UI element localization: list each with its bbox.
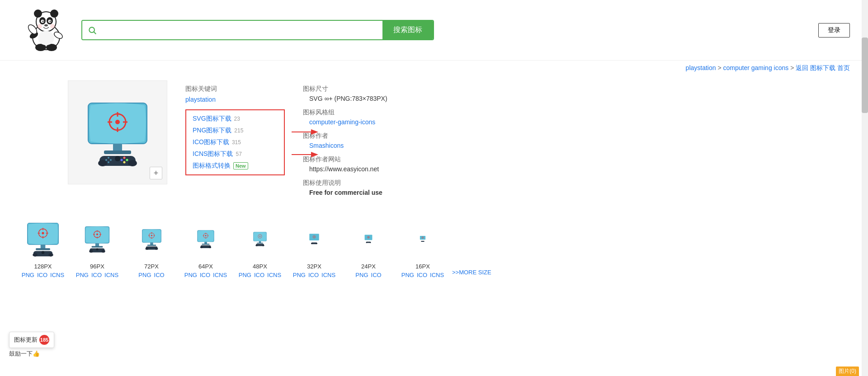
svg-point-37: [108, 161, 109, 163]
svg-point-2: [34, 9, 42, 18]
thumb-png-72[interactable]: PNG: [138, 272, 151, 278]
size-value: SVG ∞+ (PNG:783×783PX): [309, 95, 850, 102]
thumb-img-72: [139, 216, 164, 261]
svg-download-link[interactable]: SVG图标下载: [193, 115, 231, 123]
thumb-64: 64PX PNG ICO ICNS: [181, 216, 231, 278]
thumbnails-section: 128PX PNG ICO ICNS: [0, 212, 868, 287]
svg-point-32: [128, 160, 137, 166]
thumb-png-128[interactable]: PNG: [22, 272, 34, 278]
scrollbar-thumb[interactable]: [862, 38, 868, 113]
svg-point-98: [255, 245, 257, 246]
breadcrumb-gaming-icons[interactable]: computer gaming icons: [723, 64, 789, 71]
thumb-png-48[interactable]: PNG: [239, 272, 251, 278]
thumb-png-32[interactable]: PNG: [293, 272, 306, 278]
usage-value: Free for commercial use: [309, 189, 850, 196]
thumbnails-row: 128PX PNG ICO ICNS: [18, 216, 850, 278]
author-section: 图标作者 Smashicons: [303, 132, 850, 149]
icns-download-count: 57: [236, 151, 241, 157]
thumb-icon-48: [251, 230, 269, 247]
download-options: 图标关键词 playstation SVG图标下载 23 PNG图标下载 215…: [185, 80, 285, 202]
thumb-img-64: [195, 216, 217, 261]
breadcrumb-sep-1: >: [717, 64, 723, 71]
thumb-png-16[interactable]: PNG: [401, 272, 414, 278]
icon-preview-box: +: [68, 80, 167, 184]
svg-point-52: [33, 253, 38, 256]
thumb-icon-32: [308, 232, 321, 245]
svg-point-40: [121, 159, 123, 161]
keyword-value: playstation: [185, 96, 285, 103]
svg-rect-50: [36, 248, 50, 250]
author-link[interactable]: Smashicons: [309, 142, 344, 149]
thumb-ico-16[interactable]: ICO: [417, 272, 427, 278]
thumb-32: 32PX PNG ICO ICNS: [289, 216, 339, 278]
style-link[interactable]: computer-gaming-icons: [309, 118, 375, 126]
thumb-ico-72[interactable]: ICO: [154, 272, 165, 278]
svg-point-91: [208, 246, 211, 248]
thumb-png-96[interactable]: PNG: [76, 272, 89, 278]
usage-section: 图标使用说明 Free for commercial use: [303, 179, 850, 196]
more-size-link[interactable]: >>MORE SIZE: [452, 269, 491, 278]
style-section: 图标风格组 computer-gaming-icons: [303, 108, 850, 126]
icns-download-link[interactable]: ICNS图标下载: [193, 150, 233, 158]
logo-panda: [18, 5, 72, 54]
search-input[interactable]: [102, 21, 382, 39]
svg-rect-63: [92, 246, 103, 247]
svg-point-102: [314, 236, 315, 237]
ico-download-link[interactable]: ICO图标下载: [193, 138, 229, 146]
scrollbar[interactable]: [862, 0, 868, 287]
svg-point-104: [311, 243, 312, 244]
thumb-48: 48PX PNG ICO ICNS: [235, 216, 285, 278]
thumb-img-16: [419, 216, 426, 261]
add-button[interactable]: +: [150, 167, 162, 179]
thumb-ico-96[interactable]: ICO: [91, 272, 102, 278]
icns-download-item: ICNS图标下载 57: [193, 150, 278, 158]
thumb-ico-64[interactable]: ICO: [200, 272, 210, 278]
thumb-96: 96PX PNG ICO ICNS: [72, 216, 122, 278]
thumb-links-128: PNG ICO ICNS: [22, 272, 64, 278]
png-download-count: 215: [234, 127, 243, 134]
thumb-links-96: PNG ICO ICNS: [76, 272, 118, 278]
author-site-value: https://www.easyicon.net: [309, 165, 850, 173]
thumb-icns-128[interactable]: ICNS: [50, 272, 64, 278]
convert-link[interactable]: 图标格式转换: [193, 162, 231, 170]
thumb-icns-32[interactable]: ICNS: [321, 272, 335, 278]
thumb-24: 24PX PNG ICO: [344, 216, 393, 278]
svg-download-item: SVG图标下载 23: [193, 115, 278, 123]
svg-point-35: [110, 159, 112, 161]
svg-point-38: [123, 157, 126, 159]
svg-point-110: [366, 242, 367, 243]
thumb-icns-64[interactable]: ICNS: [213, 272, 227, 278]
thumb-ico-48[interactable]: ICO: [254, 272, 264, 278]
thumb-icon-16: [419, 235, 426, 242]
thumb-size-96: 96PX: [90, 263, 104, 270]
thumb-icns-16[interactable]: ICNS: [430, 272, 444, 278]
search-icon-wrap: [82, 21, 102, 39]
style-label: 图标风格组: [303, 108, 850, 117]
png-download-link[interactable]: PNG图标下载: [193, 127, 231, 135]
svg-point-53: [48, 253, 53, 256]
breadcrumb-home[interactable]: 返回 图标下载 首页: [796, 64, 850, 71]
breadcrumb-playstation[interactable]: playstation: [686, 64, 716, 71]
thumb-size-16: 16PX: [415, 263, 430, 270]
author-site-section: 图标作者网站 https://www.easyicon.net: [303, 155, 850, 173]
ico-download-item: ICO图标下载 315: [193, 138, 278, 146]
svg-rect-115: [421, 241, 425, 242]
search-button[interactable]: 搜索图标: [382, 21, 433, 39]
thumb-ico-128[interactable]: ICO: [37, 272, 47, 278]
login-button[interactable]: 登录: [818, 23, 850, 38]
thumb-ico-32[interactable]: ICO: [308, 272, 319, 278]
thumb-links-72: PNG ICO: [138, 272, 164, 278]
thumb-png-24[interactable]: PNG: [355, 272, 368, 278]
svg-point-39: [126, 159, 128, 161]
thumb-icns-96[interactable]: ICNS: [104, 272, 118, 278]
thumb-icns-48[interactable]: ICNS: [267, 272, 281, 278]
thumb-png-64[interactable]: PNG: [184, 272, 197, 278]
thumb-size-32: 32PX: [307, 263, 321, 270]
png-download-item: PNG图标下载 215: [193, 127, 278, 135]
breadcrumb-sep-2: >: [790, 64, 796, 71]
thumb-size-48: 48PX: [253, 263, 267, 270]
svg-point-79: [155, 248, 157, 250]
svg-point-78: [145, 248, 148, 250]
svg-point-18: [50, 24, 55, 28]
thumb-ico-24[interactable]: ICO: [371, 272, 382, 278]
